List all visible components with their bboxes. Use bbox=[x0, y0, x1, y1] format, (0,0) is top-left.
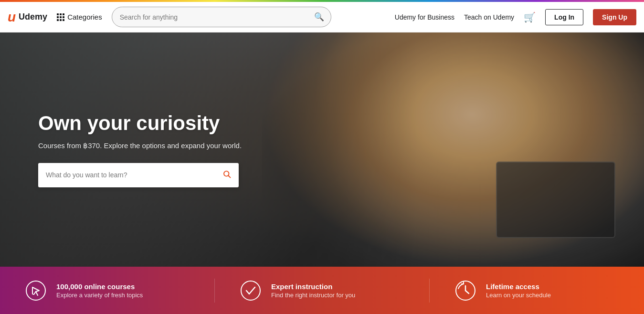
svg-line-3 bbox=[36, 292, 38, 295]
logo-text: Udemy bbox=[19, 12, 47, 22]
login-button[interactable]: Log In bbox=[545, 9, 583, 25]
stat-text-lifetime: Lifetime access Learn on your schedule bbox=[486, 282, 551, 299]
signup-button[interactable]: Sign Up bbox=[593, 9, 636, 25]
checkmark-circle-icon bbox=[239, 279, 263, 303]
stat-desc-lifetime: Learn on your schedule bbox=[486, 292, 551, 299]
logo-link[interactable]: u Udemy bbox=[8, 11, 47, 24]
hero-search-input[interactable] bbox=[38, 164, 215, 185]
svg-point-4 bbox=[241, 281, 260, 300]
categories-label: Categories bbox=[67, 13, 102, 21]
stat-desc-courses: Explore a variety of fresh topics bbox=[56, 292, 143, 299]
logo-u-icon: u bbox=[8, 11, 16, 24]
stat-item-lifetime: Lifetime access Learn on your schedule bbox=[430, 279, 644, 303]
clock-icon bbox=[454, 279, 477, 303]
navbar-search-bar: 🔍 bbox=[112, 7, 331, 27]
hero-search-button[interactable] bbox=[215, 163, 239, 187]
stat-text-instruction: Expert instruction Find the right instru… bbox=[271, 282, 355, 299]
hero-content: Own your curiosity Courses from ฿370. Ex… bbox=[38, 112, 242, 187]
nav-links: Udemy for Business Teach on Udemy 🛒 Log … bbox=[395, 9, 636, 25]
stat-title-instruction: Expert instruction bbox=[271, 282, 355, 291]
cursor-icon bbox=[24, 279, 48, 303]
stat-desc-instruction: Find the right instructor for you bbox=[271, 292, 355, 299]
hero-subtitle: Courses from ฿370. Explore the options a… bbox=[38, 141, 242, 152]
svg-line-1 bbox=[228, 175, 230, 177]
hero-section: Own your curiosity Courses from ฿370. Ex… bbox=[0, 32, 644, 267]
hero-search-icon bbox=[222, 170, 231, 181]
search-icon: 🔍 bbox=[314, 12, 324, 22]
stat-title-lifetime: Lifetime access bbox=[486, 282, 551, 291]
grid-icon bbox=[57, 13, 64, 21]
hero-title: Own your curiosity bbox=[38, 112, 242, 135]
navbar-search-button[interactable]: 🔍 bbox=[307, 7, 331, 27]
navbar-search-input[interactable] bbox=[112, 9, 307, 26]
stat-text-courses: 100,000 online courses Explore a variety… bbox=[56, 282, 143, 299]
cart-icon[interactable]: 🛒 bbox=[524, 11, 536, 23]
svg-line-7 bbox=[465, 291, 469, 293]
navbar: u Udemy Categories 🔍 Udemy for Business … bbox=[0, 2, 644, 32]
hero-search-bar bbox=[38, 163, 239, 187]
stat-title-courses: 100,000 online courses bbox=[56, 282, 143, 291]
udemy-business-link[interactable]: Udemy for Business bbox=[395, 13, 454, 21]
stats-bar: 100,000 online courses Explore a variety… bbox=[0, 267, 644, 314]
teach-link[interactable]: Teach on Udemy bbox=[464, 13, 514, 21]
svg-point-2 bbox=[26, 281, 45, 300]
stat-item-instruction: Expert instruction Find the right instru… bbox=[215, 279, 430, 303]
stat-item-courses: 100,000 online courses Explore a variety… bbox=[0, 279, 215, 303]
categories-button[interactable]: Categories bbox=[53, 13, 106, 21]
